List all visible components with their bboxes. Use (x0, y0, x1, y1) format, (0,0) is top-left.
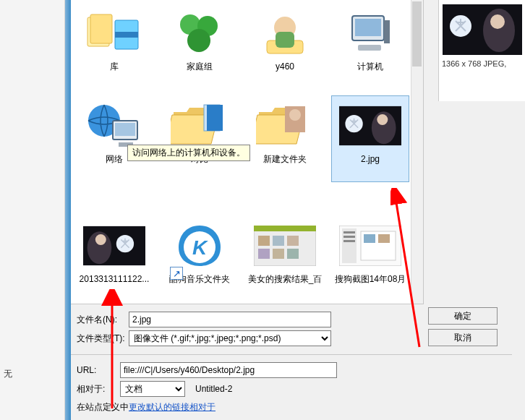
url-panel: URL: 相对于: 文档 Untitled-2 在站点定义中 更改默认的链接相对… (71, 354, 512, 420)
item-label: 计算机 (357, 61, 383, 72)
user-item[interactable]: y460 (246, 3, 324, 90)
dialog-buttons: 确定 取消 (428, 306, 512, 351)
left-sidebar: 无 (0, 0, 65, 420)
preview-caption: 1366 x 768 JPEG, (442, 59, 522, 68)
tip-prefix: 在站点定义中 (77, 401, 129, 413)
preview-thumbnail (443, 4, 522, 55)
filetype-select[interactable]: 图像文件 (*.gif;*.jpg;*.jpeg;*.png;*.psd) (129, 330, 331, 346)
folder-open-photo-icon (256, 102, 314, 150)
svg-point-29 (377, 114, 388, 125)
url-label: URL: (77, 365, 120, 375)
svg-rect-7 (115, 32, 138, 38)
screenshot-item-2[interactable]: 搜狗截图14年08月 (331, 215, 409, 302)
svg-rect-42 (273, 249, 284, 259)
svg-rect-46 (343, 231, 355, 233)
screenshot-thumb (254, 226, 316, 266)
svg-rect-51 (378, 234, 390, 243)
folder-new-item[interactable]: 新建文件夹 (246, 95, 324, 182)
network-item[interactable]: 网络 (75, 95, 153, 182)
relative-to-select[interactable]: 文档 (120, 381, 185, 397)
preview-pane: 1366 x 768 JPEG, (438, 0, 525, 101)
file-dialog-form: 文件名(N): 文件类型(T): 图像文件 (*.gif;*.jpg;*.jpe… (71, 304, 424, 353)
svg-rect-40 (287, 236, 299, 246)
tooltip: 访问网络上的计算机和设备。 (127, 145, 250, 161)
library-icon (86, 10, 142, 56)
svg-point-3 (490, 14, 505, 29)
homegroup-icon (174, 10, 225, 56)
shortcut-arrow-icon: ↗ (170, 267, 183, 280)
image-thumbnail (83, 225, 145, 267)
svg-rect-38 (258, 236, 270, 246)
kugou-icon: K (174, 223, 225, 269)
file-browser[interactable]: 库 家庭组 (71, 0, 424, 304)
screenshot-item-1[interactable]: 美女的搜索结果_百 (246, 215, 324, 302)
ok-button[interactable]: 确定 (428, 307, 498, 325)
svg-rect-13 (276, 32, 294, 48)
item-label: 2013313111122... (80, 274, 150, 285)
svg-point-10 (187, 29, 210, 52)
svg-rect-39 (273, 236, 284, 246)
svg-text:K: K (192, 236, 208, 259)
svg-rect-43 (287, 249, 299, 259)
svg-rect-17 (358, 45, 381, 51)
item-label: 美女的搜索结果_百 (248, 274, 323, 285)
filename-input[interactable] (129, 312, 331, 327)
item-label: 家庭组 (187, 61, 213, 72)
folder-open-icon (171, 102, 229, 150)
svg-rect-45 (342, 228, 357, 263)
screenshot-thumb (339, 226, 401, 266)
computer-item[interactable]: 计算机 (331, 3, 409, 90)
scroll-thumb[interactable] (412, 1, 422, 67)
svg-rect-16 (384, 20, 390, 43)
item-label: 网络 (106, 154, 123, 165)
network-icon (85, 100, 143, 151)
svg-rect-23 (207, 105, 223, 131)
scrollbar[interactable] (411, 0, 423, 304)
homegroup-item[interactable]: 家庭组 (161, 3, 239, 90)
cancel-button[interactable]: 取消 (428, 329, 498, 346)
tip-link[interactable]: 更改默认的链接相对于 (129, 401, 215, 413)
svg-rect-15 (355, 19, 381, 36)
svg-rect-47 (343, 236, 355, 238)
image-thumbnail (339, 105, 401, 147)
svg-rect-37 (254, 226, 316, 231)
user-icon (260, 10, 310, 56)
svg-point-25 (289, 109, 301, 121)
relative-to-value: Untitled-2 (195, 384, 232, 394)
filetype-label: 文件类型(T): (77, 333, 129, 345)
svg-rect-48 (343, 240, 355, 242)
filename-label: 文件名(N): (77, 314, 129, 326)
svg-rect-50 (364, 234, 375, 243)
url-input[interactable] (120, 362, 337, 378)
svg-rect-5 (90, 14, 112, 43)
item-label: y460 (276, 61, 294, 72)
item-label: 2.jpg (361, 154, 380, 165)
image-2013-item[interactable]: 2013313111122... (75, 215, 153, 302)
computer-icon (345, 10, 396, 56)
svg-rect-20 (115, 123, 135, 136)
item-label: 新建文件夹 (263, 154, 307, 165)
image-2jpg-item[interactable]: 2.jpg (331, 95, 409, 182)
relative-to-label: 相对于: (77, 383, 120, 395)
item-label: 库 (110, 61, 119, 72)
library-item[interactable]: 库 (75, 3, 153, 90)
kugou-shortcut-item[interactable]: K ↗ 酷狗音乐文件夹 (161, 215, 239, 302)
svg-point-33 (95, 234, 106, 245)
folder-contrast-item[interactable]: 对比 (161, 95, 239, 182)
item-label: 搜狗截图14年08月 (335, 274, 406, 285)
left-none-label: 无 (4, 368, 12, 380)
dialog-left-border (65, 0, 71, 420)
svg-rect-41 (258, 249, 270, 259)
